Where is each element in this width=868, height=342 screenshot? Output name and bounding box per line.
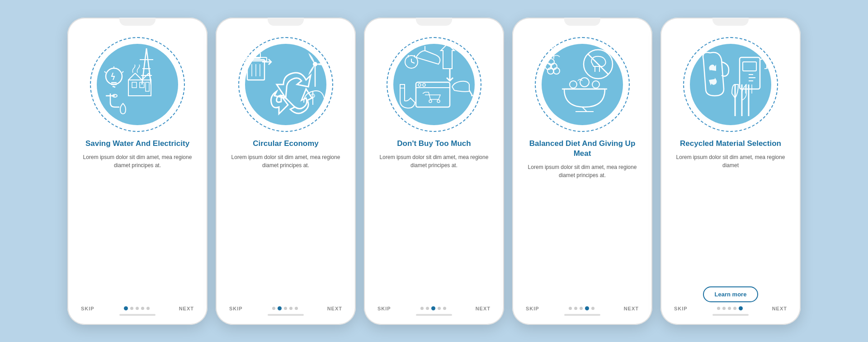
phone-notch-5 bbox=[712, 18, 749, 26]
svg-line-18 bbox=[128, 73, 135, 80]
phones-container: Saving Water And Electricity Lorem ipsum… bbox=[58, 9, 810, 334]
dots-4 bbox=[569, 306, 594, 310]
skip-btn-1[interactable]: SKIP bbox=[81, 306, 94, 311]
skip-btn-3[interactable]: SKIP bbox=[377, 306, 391, 311]
phone-2: Circular Economy Lorem ipsum dolor sit d… bbox=[216, 18, 356, 325]
phone-notch-2 bbox=[268, 18, 304, 26]
phone-title-1: Saving Water And Electricity bbox=[85, 139, 189, 149]
next-btn-2[interactable]: NEXT bbox=[327, 306, 342, 311]
dot-4-0 bbox=[569, 307, 572, 310]
svg-line-19 bbox=[135, 73, 142, 80]
dots-3 bbox=[420, 306, 446, 310]
phone-nav-4: SKIP NEXT bbox=[522, 306, 642, 311]
phone-1: Saving Water And Electricity Lorem ipsum… bbox=[67, 18, 208, 325]
phone-content-3: Don't Buy Too Much Lorem ipsum dolor sit… bbox=[374, 139, 494, 318]
phone-3: Don't Buy Too Much Lorem ipsum dolor sit… bbox=[364, 18, 504, 325]
svg-diet bbox=[537, 39, 627, 130]
phone-notch-4 bbox=[564, 18, 600, 26]
home-indicator-4 bbox=[564, 314, 600, 316]
dot-1-4 bbox=[146, 307, 150, 310]
icons-layer-3 bbox=[389, 39, 479, 130]
phone-text-5: Lorem ipsum dolor sit dim amet, mea regi… bbox=[670, 153, 791, 281]
dots-1 bbox=[124, 306, 150, 310]
learn-more-button[interactable]: Learn more bbox=[703, 286, 759, 302]
illustration-circular bbox=[236, 35, 335, 134]
dot-4-4 bbox=[591, 307, 594, 310]
dot-4-2 bbox=[580, 307, 583, 310]
home-indicator-5 bbox=[712, 314, 749, 316]
phone-content-1: Saving Water And Electricity Lorem ipsum… bbox=[77, 139, 198, 318]
home-indicator-3 bbox=[416, 314, 452, 316]
phone-text-4: Lorem ipsum dolor sit dim amet, mea regi… bbox=[522, 163, 642, 300]
phone-5: Recycled Material Selection Lorem ipsum … bbox=[660, 18, 801, 325]
phone-text-2: Lorem ipsum dolor sit dim amet, mea regi… bbox=[226, 153, 346, 300]
dot-3-1 bbox=[426, 307, 429, 310]
dot-5-1 bbox=[722, 307, 726, 310]
phone-nav-5: SKIP NEXT bbox=[670, 306, 791, 311]
dot-1-1 bbox=[130, 307, 133, 310]
svg-point-56 bbox=[592, 81, 599, 88]
svg-circular bbox=[241, 39, 331, 130]
svg-line-37 bbox=[469, 90, 472, 96]
phone-text-1: Lorem ipsum dolor sit dim amet, mea regi… bbox=[77, 153, 198, 300]
dots-2 bbox=[272, 306, 298, 310]
dot-1-2 bbox=[136, 307, 139, 310]
svg-point-42 bbox=[423, 84, 425, 86]
dot-5-3 bbox=[733, 307, 736, 310]
phone-title-2: Circular Economy bbox=[253, 139, 319, 149]
skip-btn-2[interactable]: SKIP bbox=[229, 306, 243, 311]
phone-notch-1 bbox=[119, 18, 156, 26]
svg-recycled bbox=[685, 39, 776, 130]
icons-layer-1 bbox=[92, 39, 183, 130]
phone-title-4: Balanced Diet And Giving Up Meat bbox=[522, 139, 642, 159]
svg-rect-15 bbox=[132, 82, 137, 88]
svg-line-6 bbox=[122, 71, 123, 73]
svg-line-3 bbox=[113, 86, 115, 87]
phone-nav-3: SKIP NEXT bbox=[374, 306, 494, 311]
icons-layer-2 bbox=[241, 39, 331, 130]
dot-5-0 bbox=[717, 307, 720, 310]
home-indicator-1 bbox=[119, 314, 156, 316]
next-btn-5[interactable]: NEXT bbox=[772, 306, 787, 311]
svg-rect-17 bbox=[146, 82, 149, 91]
svg-line-71 bbox=[760, 57, 767, 60]
svg-water-electricity bbox=[92, 39, 183, 130]
svg-dont-buy bbox=[389, 39, 479, 130]
dot-4-1 bbox=[574, 307, 577, 310]
dot-4-3 bbox=[585, 306, 589, 310]
icons-layer-4 bbox=[537, 39, 627, 130]
phone-4: Balanced Diet And Giving Up Meat Lorem i… bbox=[512, 18, 652, 325]
dot-5-4 bbox=[739, 306, 743, 310]
dot-3-3 bbox=[438, 307, 441, 310]
dot-3-4 bbox=[443, 307, 446, 310]
next-btn-3[interactable]: NEXT bbox=[476, 306, 491, 311]
skip-btn-4[interactable]: SKIP bbox=[526, 306, 539, 311]
phone-notch-3 bbox=[416, 18, 452, 26]
next-btn-4[interactable]: NEXT bbox=[624, 306, 639, 311]
dot-2-4 bbox=[295, 307, 298, 310]
phone-nav-1: SKIP NEXT bbox=[77, 306, 198, 311]
svg-point-43 bbox=[429, 100, 432, 103]
illustration-diet bbox=[533, 35, 632, 134]
svg-point-55 bbox=[580, 78, 589, 87]
svg-point-54 bbox=[570, 81, 577, 88]
dot-2-1 bbox=[278, 306, 282, 310]
dot-3-2 bbox=[431, 306, 435, 310]
dots-5 bbox=[717, 306, 743, 310]
dot-2-3 bbox=[289, 307, 292, 310]
dot-5-2 bbox=[728, 307, 731, 310]
home-indicator-2 bbox=[268, 314, 304, 316]
svg-line-52 bbox=[582, 107, 587, 112]
dot-3-0 bbox=[420, 307, 424, 310]
illustration-water-electricity bbox=[88, 35, 187, 134]
dot-2-2 bbox=[284, 307, 287, 310]
svg-point-44 bbox=[437, 100, 440, 103]
phone-nav-2: SKIP NEXT bbox=[226, 306, 346, 311]
next-btn-1[interactable]: NEXT bbox=[179, 306, 194, 311]
phone-content-2: Circular Economy Lorem ipsum dolor sit d… bbox=[226, 139, 346, 318]
svg-line-48 bbox=[411, 62, 415, 63]
svg-line-5 bbox=[104, 71, 106, 73]
svg-rect-70 bbox=[743, 62, 756, 71]
skip-btn-5[interactable]: SKIP bbox=[674, 306, 688, 311]
icons-layer-5 bbox=[685, 39, 776, 130]
